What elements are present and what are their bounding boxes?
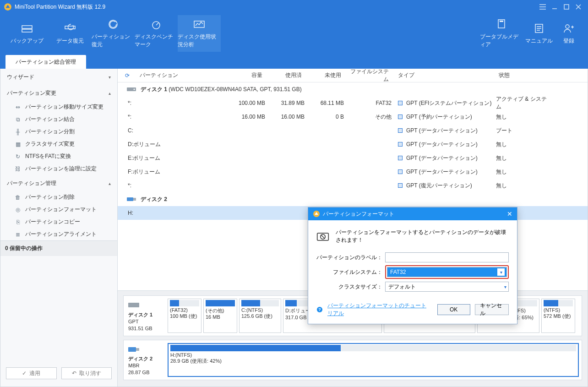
maximize-button[interactable] [561, 2, 572, 11]
svg-rect-18 [136, 348, 139, 351]
hdd-icon [128, 301, 139, 309]
apply-button[interactable]: ✓適用 [6, 367, 57, 379]
col-type[interactable]: タイプ [392, 71, 496, 79]
sidebar-item-alignment[interactable]: ≣パーティションアライメント [0, 228, 117, 240]
copy-icon: ⎘ [14, 218, 22, 226]
partition-box[interactable]: (NTFS)572 MB (使) [541, 299, 575, 332]
svg-rect-16 [128, 303, 139, 307]
sidebar-item-format[interactable]: ◎パーティションフォーマット [0, 203, 117, 216]
diskmap-label-1: ディスク 1 GPT 931.51 GB [126, 299, 165, 332]
resize-icon: ⇔ [14, 104, 22, 111]
table-row[interactable]: *:16.00 MB16.00 MB0 Bその他GPT (予約パーティション)無… [118, 110, 588, 124]
col-used[interactable]: 使用済 [265, 71, 305, 79]
partition-box[interactable]: (FAT32)100 MB (使) [168, 299, 201, 332]
col-status[interactable]: 状態 [496, 71, 551, 79]
sidebar-group-wizard[interactable]: ウィザード▾ [0, 69, 117, 85]
tab-row: パーティション総合管理 [0, 53, 588, 69]
svg-line-22 [321, 235, 325, 239]
disk1-header[interactable]: ディスク 1 (WDC WD10EZEX-08WN4A0 SATA, GPT, … [118, 82, 588, 96]
cluster-select[interactable]: デフォルト▾ [385, 282, 509, 292]
sidebar-item-logical[interactable]: ⛓パーティションを論理に設定 [0, 163, 117, 175]
label-filesystem: ファイルシステム： [316, 268, 385, 276]
partition-label-input[interactable] [385, 252, 509, 262]
col-partition[interactable]: パーティション [137, 71, 226, 79]
ok-button[interactable]: OK [437, 304, 470, 315]
table-row[interactable]: F:ボリュームGPT (データパーティション)無し [118, 165, 588, 179]
format-dialog: パーティションフォーマット ✕ パーティションをフォーマットするとパーティション… [308, 207, 517, 324]
table-row[interactable]: *:GPT (復元パーティション)無し [118, 179, 588, 192]
main: ⟳ パーティション 容量 使用済 未使用 ファイルシステム タイプ 状態 ディス… [118, 69, 588, 387]
ribbon-data-recovery[interactable]: データ復元 [49, 15, 92, 52]
body: ウィザード▾ パーティション変更▴ ⇔パーティション移動/サイズ変更 ⧉パーティ… [0, 69, 588, 387]
chevron-up-icon: ▴ [109, 91, 111, 96]
dropdown-arrow-icon: ▾ [497, 268, 505, 276]
undo-icon: ↶ [72, 370, 76, 376]
tab-partition-mgmt[interactable]: パーティション総合管理 [5, 55, 86, 69]
refresh-icon[interactable]: ⟳ [118, 72, 137, 79]
partition-box[interactable]: (その他)16 MB [203, 299, 237, 332]
ribbon-manual[interactable]: マニュアル [523, 15, 555, 52]
table-row[interactable]: *:100.00 MB31.89 MB68.11 MBFAT32GPT (EFI… [118, 96, 588, 110]
ribbon-benchmark[interactable]: ディスクベンチマーク [135, 15, 178, 52]
col-fs[interactable]: ファイルシステム [344, 69, 392, 83]
hdd-icon [127, 87, 136, 92]
cancel-button[interactable]: キャンセル [475, 304, 509, 315]
svg-text:?: ? [318, 307, 321, 312]
sidebar-group-change[interactable]: パーティション変更▴ [0, 85, 117, 101]
dialog-close-button[interactable]: ✕ [507, 210, 512, 218]
tutorial-link[interactable]: パーティションフォーマットのチュートリアル [327, 302, 428, 317]
filesystem-select[interactable]: FAT32▾ [387, 267, 507, 277]
dialog-warning-text: パーティションをフォーマットするとパーティションのデータが破壊されます！ [336, 229, 509, 244]
ribbon-disk-usage[interactable]: ディスク使用状況分析 [178, 15, 221, 52]
sidebar-item-delete[interactable]: 🗑パーティション削除 [0, 191, 117, 203]
partition-box[interactable]: C:(NTFS)125.6 GB (使) [239, 299, 281, 332]
diskmap-disk2: ディスク 2 MBR 28.87 GB H:(NTFS)28.9 GB (使用済… [123, 340, 582, 380]
dropdown-arrow-icon: ▾ [504, 284, 506, 289]
app-logo-icon [313, 210, 320, 218]
minimize-button[interactable] [549, 2, 561, 11]
grid-header: ⟳ パーティション 容量 使用済 未使用 ファイルシステム タイプ 状態 [118, 69, 588, 82]
undo-button[interactable]: ↶取り消す [61, 367, 112, 379]
sidebar-group-manage[interactable]: パーティション管理▴ [0, 175, 117, 191]
sidebar-item-copy[interactable]: ⎘パーティションコピー [0, 216, 117, 228]
table-row[interactable]: C:GPT (データパーティション)ブート [118, 124, 588, 137]
usb-icon [128, 346, 139, 353]
menu-icon[interactable] [537, 2, 549, 11]
sidebar-item-cluster[interactable]: ▦クラスタサイズ変更 [0, 138, 117, 150]
format-icon: ◎ [14, 206, 22, 213]
help-icon: ? [316, 306, 323, 313]
titlebar: MiniTool Partition Wizard 無料版 12.9 [0, 0, 588, 14]
ribbon-bootable[interactable]: ブータブルメディア [480, 15, 523, 52]
svg-rect-9 [500, 21, 503, 22]
svg-point-13 [134, 89, 135, 90]
usb-icon [127, 196, 136, 202]
ribbon-partition-recovery[interactable]: パーティション復元 [92, 15, 135, 52]
svg-rect-14 [127, 197, 133, 201]
split-icon: ╫ [14, 128, 22, 136]
table-row[interactable]: E:ボリュームGPT (データパーティション)無し [118, 151, 588, 165]
col-free[interactable]: 未使用 [305, 71, 344, 79]
label-cluster: クラスタサイズ： [316, 283, 385, 291]
close-button[interactable] [572, 2, 584, 11]
dialog-title: パーティションフォーマット [323, 210, 394, 218]
diskmap-label-2: ディスク 2 MBR 28.87 GB [126, 343, 165, 377]
svg-rect-1 [564, 5, 569, 9]
table-row[interactable]: D:ボリュームGPT (データパーティション)無し [118, 137, 588, 151]
ribbon-backup[interactable]: バックアップ [5, 15, 49, 52]
sidebar-item-ntfs-fat[interactable]: ↻NTFSをFATに変換 [0, 150, 117, 163]
ribbon-register[interactable]: 登録 [555, 15, 583, 52]
app-logo-icon [4, 3, 12, 11]
ribbon: バックアップ データ復元 パーティション復元 ディスクベンチマーク ディスク使用… [0, 14, 588, 53]
convert-icon: ↻ [14, 153, 22, 160]
col-capacity[interactable]: 容量 [226, 71, 265, 79]
sidebar-item-merge[interactable]: ⧉パーティション結合 [0, 113, 117, 125]
chevron-up-icon: ▴ [109, 181, 111, 186]
sidebar: ウィザード▾ パーティション変更▴ ⇔パーティション移動/サイズ変更 ⧉パーティ… [0, 69, 118, 387]
svg-rect-3 [22, 29, 32, 32]
chevron-down-icon: ▾ [109, 75, 111, 80]
sidebar-item-move-resize[interactable]: ⇔パーティション移動/サイズ変更 [0, 101, 117, 113]
merge-icon: ⧉ [14, 116, 22, 123]
partition-box[interactable]: H:(NTFS)28.9 GB (使用済: 42%) [168, 343, 579, 377]
sidebar-item-split[interactable]: ╫パーティション分割 [0, 125, 117, 138]
disk2-header[interactable]: ディスク 2 [118, 192, 588, 206]
